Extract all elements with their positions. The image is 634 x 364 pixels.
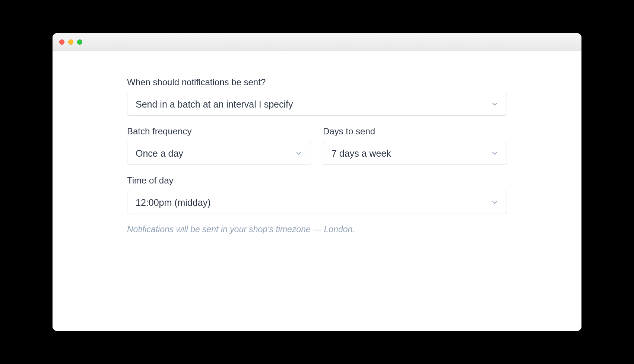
frequency-select-value: Once a day: [136, 148, 295, 159]
time-group: Time of day 12:00pm (midday): [127, 175, 507, 214]
chevron-down-icon: [491, 100, 498, 108]
chevron-down-icon: [295, 150, 302, 157]
when-select[interactable]: Send in a batch at an interval I specify: [127, 93, 507, 116]
window-maximize-button[interactable]: [77, 39, 82, 45]
frequency-group: Batch frequency Once a day: [127, 126, 311, 165]
days-group: Days to send 7 days a week: [323, 126, 507, 165]
frequency-days-row: Batch frequency Once a day Days to send …: [127, 126, 507, 175]
days-select[interactable]: 7 days a week: [323, 142, 507, 165]
window-close-button[interactable]: [59, 39, 64, 45]
timezone-hint: Notifications will be sent in your shop'…: [127, 224, 507, 234]
frequency-label: Batch frequency: [127, 126, 311, 137]
when-group: When should notifications be sent? Send …: [127, 77, 507, 116]
time-select-value: 12:00pm (midday): [136, 197, 491, 208]
time-select[interactable]: 12:00pm (midday): [127, 191, 507, 214]
days-label: Days to send: [323, 126, 507, 137]
form-content: When should notifications be sent? Send …: [53, 51, 581, 331]
when-select-value: Send in a batch at an interval I specify: [136, 99, 491, 110]
days-select-value: 7 days a week: [332, 148, 491, 159]
when-label: When should notifications be sent?: [127, 77, 507, 87]
window-titlebar: [53, 33, 581, 51]
window-minimize-button[interactable]: [68, 39, 73, 45]
app-window: When should notifications be sent? Send …: [53, 33, 581, 331]
time-label: Time of day: [127, 175, 507, 186]
chevron-down-icon: [491, 199, 498, 206]
chevron-down-icon: [491, 150, 498, 157]
frequency-select[interactable]: Once a day: [127, 142, 311, 165]
